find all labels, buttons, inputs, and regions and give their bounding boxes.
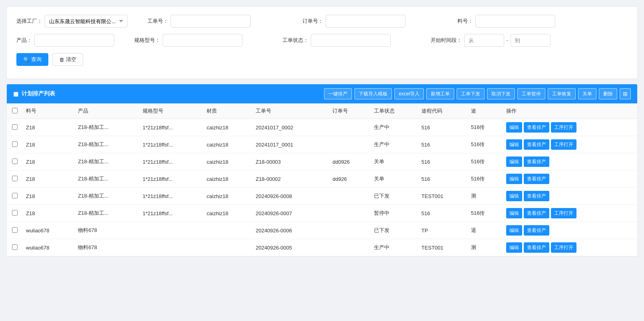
table-row: Z18Z18-精加工...1*21z18ffsf...caizhiz182024… <box>7 205 637 222</box>
cell-material: Z18 <box>23 136 75 153</box>
time-to-input[interactable] <box>511 34 551 47</box>
cell-material_type: caizhiz18 <box>203 119 252 136</box>
edit-button[interactable]: 编辑 <box>506 139 522 150</box>
cell-spec: 1*21z18ffsf... <box>139 136 203 153</box>
table-section: ▦ 计划排产列表 一键排产 下载导入模板 excel导入 新增工单 工单下发 取… <box>6 84 638 257</box>
row-checkbox[interactable] <box>12 159 18 164</box>
cell-order_no: dd0926 <box>329 153 371 170</box>
view-schedule-button[interactable]: 查看排产 <box>524 122 549 133</box>
close-work-order-button[interactable]: 关单 <box>578 88 596 99</box>
cell-material: Z18 <box>23 188 75 205</box>
cell-status: 暂停中 <box>371 205 418 222</box>
col-material-type: 材质 <box>203 103 252 119</box>
view-schedule-button[interactable]: 查看排产 <box>524 225 549 236</box>
time-from-input[interactable] <box>464 34 504 47</box>
row-checkbox[interactable] <box>12 227 18 233</box>
edit-button[interactable]: 编辑 <box>506 157 522 167</box>
view-schedule-button[interactable]: 查看排产 <box>524 174 549 184</box>
cell-order_no: dd926 <box>329 170 371 188</box>
one-key-schedule-button[interactable]: 一键排产 <box>324 88 352 99</box>
table-row: Z18Z18-精加工...1*21z18ffsf...caizhiz182024… <box>7 119 637 136</box>
cell-status: 生产中 <box>371 239 418 256</box>
cell-process_short: 测 <box>468 188 503 205</box>
open-process-button[interactable]: 工序打开 <box>551 242 576 253</box>
view-schedule-button[interactable]: 查看排产 <box>524 242 549 253</box>
cell-process_short: 退 <box>468 222 503 239</box>
open-process-button[interactable]: 工序打开 <box>551 208 576 218</box>
cell-actions: 编辑查看排产工序打开 <box>503 239 637 256</box>
query-button[interactable]: 🔍 查询 <box>16 53 48 66</box>
select-all-checkbox[interactable] <box>12 108 18 113</box>
cell-material: Z18 <box>23 153 75 170</box>
open-process-button[interactable]: 工序打开 <box>551 122 576 133</box>
cell-work_order: Z18-00003 <box>252 153 329 170</box>
cell-actions: 编辑查看排产工序打开 <box>503 136 637 153</box>
dispatch-work-order-button[interactable]: 工单下发 <box>457 88 485 99</box>
edit-button[interactable]: 编辑 <box>506 242 522 253</box>
factory-select[interactable]: 山东东晟云智能科技有限公... <box>45 15 127 28</box>
cell-material_type: caizhiz18 <box>203 153 252 170</box>
row-checkbox[interactable] <box>12 141 18 147</box>
row-checkbox[interactable] <box>12 193 18 198</box>
product-input[interactable] <box>34 34 114 47</box>
edit-button[interactable]: 编辑 <box>506 225 522 236</box>
cell-status: 生产中 <box>371 136 418 153</box>
row-checkbox[interactable] <box>12 124 18 130</box>
order-input[interactable] <box>326 15 405 28</box>
row-checkbox[interactable] <box>12 176 18 181</box>
cell-status: 生产中 <box>371 119 418 136</box>
cell-product: Z18-精加工... <box>75 170 139 188</box>
work-order-input[interactable] <box>171 15 250 28</box>
cell-spec <box>139 239 203 256</box>
clear-button[interactable]: 🗑 清空 <box>52 53 83 66</box>
cell-process_short: 516传 <box>468 170 503 188</box>
cell-spec: 1*21z18ffsf... <box>139 153 203 170</box>
delete-work-order-button[interactable]: 删除 <box>599 88 617 99</box>
open-process-button[interactable]: 工序打开 <box>551 139 576 150</box>
cell-process_short: 516传 <box>468 119 503 136</box>
edit-button[interactable]: 编辑 <box>506 208 522 218</box>
col-work-order: 工单号 <box>252 103 329 119</box>
spec-input[interactable] <box>163 34 242 47</box>
pause-work-order-button[interactable]: 工单暂停 <box>517 88 545 99</box>
action-btns: 编辑查看排产 <box>506 191 634 201</box>
row-checkbox-cell <box>7 119 23 136</box>
row-checkbox-cell <box>7 136 23 153</box>
edit-button[interactable]: 编辑 <box>506 122 522 133</box>
cell-material_type <box>203 222 252 239</box>
col-spec: 规格型号 <box>139 103 203 119</box>
table-header-row: 料号 产品 规格型号 材质 工单号 订单号 工单状态 途程代码 途 操作 <box>7 103 637 119</box>
row-checkbox[interactable] <box>12 210 18 216</box>
layout-icon-button[interactable]: ⊞ <box>620 88 631 99</box>
view-schedule-button[interactable]: 查看排产 <box>524 157 549 167</box>
cell-work_order: Z18-00002 <box>252 170 329 188</box>
view-schedule-button[interactable]: 查看排产 <box>524 139 549 150</box>
cell-process_code: 516 <box>418 136 468 153</box>
cell-process_short: 516传 <box>468 153 503 170</box>
status-input[interactable] <box>311 34 391 47</box>
cell-process_code: 516 <box>418 119 468 136</box>
time-separator: ~ <box>506 38 509 44</box>
cell-process_short: 516传 <box>468 136 503 153</box>
factory-label: 选择工厂： <box>16 18 42 25</box>
search-icon: 🔍 <box>23 57 30 63</box>
edit-button[interactable]: 编辑 <box>506 174 522 184</box>
row-checkbox[interactable] <box>12 244 18 250</box>
download-template-button[interactable]: 下载导入模板 <box>354 88 392 99</box>
add-work-order-button[interactable]: 新增工单 <box>426 88 454 99</box>
action-btns: 编辑查看排产 <box>506 157 634 167</box>
resume-work-order-button[interactable]: 工单恢复 <box>548 88 576 99</box>
edit-button[interactable]: 编辑 <box>506 191 522 201</box>
excel-import-button[interactable]: excel导入 <box>394 88 424 99</box>
material-input[interactable] <box>475 15 555 28</box>
cancel-dispatch-button[interactable]: 取消下发 <box>487 88 515 99</box>
cell-product: Z18-精加工... <box>75 136 139 153</box>
view-schedule-button[interactable]: 查看排产 <box>524 191 549 201</box>
table-row: Z18Z18-精加工...1*21z18ffsf...caizhiz18Z18-… <box>7 153 637 170</box>
col-actions: 操作 <box>503 103 637 119</box>
cell-order_no <box>329 119 371 136</box>
table-row: wuliao678物料67820240926-0005生产中TEST001测编辑… <box>7 239 637 256</box>
view-schedule-button[interactable]: 查看排产 <box>524 208 549 218</box>
select-all-header[interactable] <box>7 103 23 119</box>
order-label: 订单号： <box>302 18 323 25</box>
